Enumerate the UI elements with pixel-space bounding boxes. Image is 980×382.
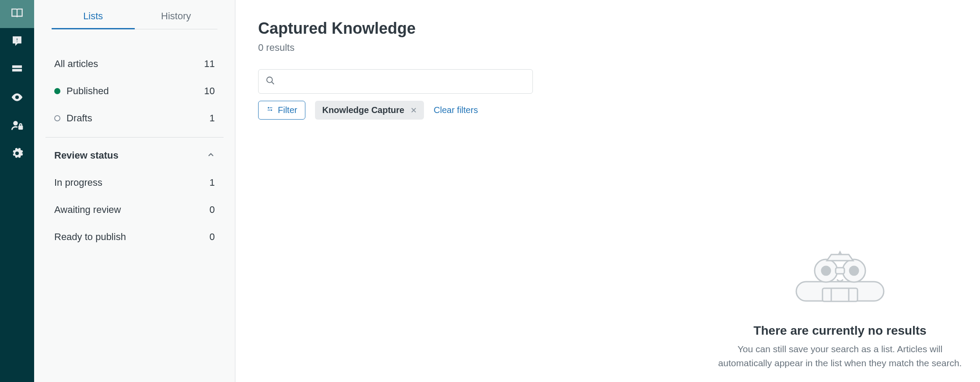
lines-icon: [11, 63, 23, 77]
status-dot-published: [54, 88, 60, 94]
svg-point-10: [271, 110, 272, 111]
svg-rect-17: [836, 268, 844, 274]
chip-remove-button[interactable]: ✕: [410, 106, 417, 115]
search-box[interactable]: [258, 69, 533, 94]
page-title: Captured Knowledge: [258, 19, 957, 38]
search-input[interactable]: [280, 77, 525, 87]
book-icon: [11, 7, 23, 21]
clear-filters-link[interactable]: Clear filters: [434, 105, 478, 115]
review-status-section: Review status In progress 1 Awaiting rev…: [46, 142, 224, 251]
svg-rect-0: [17, 38, 18, 41]
chevron-up-icon: [207, 150, 215, 161]
binoculars-illustration: [788, 316, 892, 323]
svg-point-16: [850, 266, 858, 275]
rail-item-settings[interactable]: [0, 140, 34, 168]
user-lock-icon: [11, 119, 23, 133]
list-drafts[interactable]: Drafts 1: [46, 105, 224, 132]
alert-icon: [11, 35, 23, 49]
section-row-label: In progress: [54, 177, 210, 188]
search-icon: [266, 76, 275, 87]
list-item-count: 1: [210, 113, 215, 124]
section-row-label: Awaiting review: [54, 204, 210, 216]
sidebar-panel: Lists History All articles 11 Published …: [34, 0, 235, 382]
list-published[interactable]: Published 10: [46, 78, 224, 105]
tab-lists[interactable]: Lists: [52, 11, 135, 29]
section-row-count: 1: [210, 177, 215, 188]
filter-button[interactable]: Filter: [258, 101, 305, 120]
filters-row: Filter Knowledge Capture ✕ Clear filters: [258, 101, 533, 120]
svg-rect-3: [13, 69, 22, 71]
sidebar-tabs: Lists History: [52, 11, 217, 29]
list-item-count: 11: [204, 58, 215, 70]
svg-point-6: [267, 77, 273, 83]
article-lists: All articles 11 Published 10 Drafts 1: [46, 50, 224, 138]
rail-item-content[interactable]: [0, 56, 34, 84]
nav-rail: [0, 0, 34, 382]
filter-chip-knowledge-capture: Knowledge Capture ✕: [315, 101, 424, 120]
section-title: Review status: [54, 150, 207, 161]
svg-point-8: [268, 107, 269, 108]
empty-body: You can still save your search as a list…: [700, 342, 980, 370]
rail-item-alerts[interactable]: [0, 28, 34, 56]
svg-point-4: [14, 121, 18, 125]
list-item-count: 10: [204, 85, 215, 97]
status-dot-draft: [54, 115, 60, 121]
svg-line-7: [272, 82, 274, 85]
svg-rect-1: [17, 41, 18, 42]
list-item-label: Published: [66, 85, 204, 97]
gear-icon: [11, 147, 23, 161]
section-row-label: Ready to publish: [54, 231, 210, 243]
results-count: 0 results: [258, 42, 957, 53]
tab-history[interactable]: History: [135, 11, 218, 29]
section-row-count: 0: [210, 231, 215, 243]
list-item-label: All articles: [54, 58, 204, 70]
sliders-icon: [266, 105, 273, 115]
list-all-articles[interactable]: All articles 11: [46, 50, 224, 78]
rail-item-permissions[interactable]: [0, 112, 34, 140]
filter-button-label: Filter: [278, 105, 297, 115]
main-content: Captured Knowledge 0 results Filter Know…: [235, 0, 980, 382]
empty-state: There are currently no results You can s…: [700, 247, 980, 370]
review-row-awaiting[interactable]: Awaiting review 0: [46, 196, 224, 223]
svg-rect-18: [822, 288, 858, 301]
list-item-label: Drafts: [66, 113, 210, 124]
svg-rect-5: [19, 126, 23, 129]
rail-item-views[interactable]: [0, 84, 34, 112]
review-row-ready[interactable]: Ready to publish 0: [46, 223, 224, 251]
svg-rect-2: [13, 66, 22, 68]
eye-icon: [11, 91, 23, 105]
rail-item-knowledge[interactable]: [0, 0, 34, 28]
review-row-in-progress[interactable]: In progress 1: [46, 169, 224, 196]
svg-point-15: [822, 266, 830, 275]
review-status-header[interactable]: Review status: [46, 142, 224, 169]
section-row-count: 0: [210, 204, 215, 216]
chip-label: Knowledge Capture: [322, 105, 404, 115]
empty-heading: There are currently no results: [700, 324, 980, 338]
